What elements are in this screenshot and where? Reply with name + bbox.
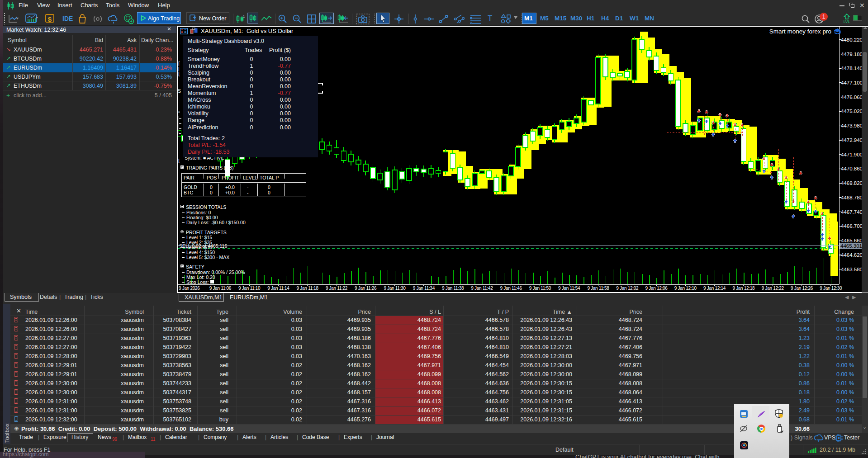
svg-text:9 Jan 12:10: 9 Jan 12:10 bbox=[674, 286, 697, 291]
svg-text:9 Jan 11:54: 9 Jan 11:54 bbox=[558, 286, 580, 291]
svg-text:9 Jan 11:50: 9 Jan 11:50 bbox=[529, 286, 551, 291]
svg-text:9 Jan 11:18: 9 Jan 11:18 bbox=[297, 286, 319, 291]
svg-text:4465.301: 4465.301 bbox=[840, 243, 862, 249]
svg-text:9 Jan 12:26: 9 Jan 12:26 bbox=[791, 286, 813, 291]
svg-text:9 Jan 11:26: 9 Jan 11:26 bbox=[355, 286, 377, 291]
svg-text:4467.740: 4467.740 bbox=[841, 209, 863, 215]
svg-text:9 Jan 12:22: 9 Jan 12:22 bbox=[762, 286, 784, 291]
svg-text:Smart money forex pro: Smart money forex pro bbox=[769, 28, 831, 35]
svg-text:!: ! bbox=[780, 415, 781, 418]
svg-text:4478.140: 4478.140 bbox=[841, 66, 863, 71]
svg-text:9 Jan 12:02: 9 Jan 12:02 bbox=[616, 286, 639, 291]
svg-text:4472.940: 4472.940 bbox=[841, 137, 863, 143]
svg-text:9 Jan 11:14: 9 Jan 11:14 bbox=[267, 286, 289, 291]
svg-text:4464.620: 4464.620 bbox=[841, 252, 863, 258]
svg-text:4480.220: 4480.220 bbox=[841, 37, 863, 42]
svg-text:9 Jan 11:34: 9 Jan 11:34 bbox=[413, 286, 435, 291]
svg-text:9 Jan 11:10: 9 Jan 11:10 bbox=[238, 286, 261, 291]
svg-text:4470.860: 4470.860 bbox=[841, 166, 863, 171]
svg-text:4479.180: 4479.180 bbox=[841, 52, 863, 57]
svg-text:9 Jan 11:58: 9 Jan 11:58 bbox=[587, 286, 609, 291]
svg-text:4469.820: 4469.820 bbox=[841, 180, 863, 186]
svg-text:4476.060: 4476.060 bbox=[841, 94, 863, 100]
svg-text:LVL: LVL bbox=[844, 19, 850, 24]
svg-text:4466.700: 4466.700 bbox=[841, 223, 863, 229]
svg-text:1: 1 bbox=[243, 14, 245, 19]
svg-text:4471.900: 4471.900 bbox=[841, 152, 863, 157]
svg-text:9 Jan 11:42: 9 Jan 11:42 bbox=[471, 286, 493, 291]
svg-text:9 Jan 12:18: 9 Jan 12:18 bbox=[732, 286, 755, 291]
svg-text:9 Jan 11:06: 9 Jan 11:06 bbox=[209, 286, 232, 291]
svg-text:4468.780: 4468.780 bbox=[841, 195, 863, 200]
svg-text:9 Jan 11:30: 9 Jan 11:30 bbox=[384, 286, 406, 291]
svg-text:4475.020: 4475.020 bbox=[841, 109, 863, 114]
svg-text:9 Jan 11:22: 9 Jan 11:22 bbox=[326, 286, 348, 291]
svg-text:4473.980: 4473.980 bbox=[841, 123, 863, 128]
svg-text:9 Jan 11:46: 9 Jan 11:46 bbox=[500, 286, 522, 291]
svg-text:9 Jan 12:30: 9 Jan 12:30 bbox=[820, 286, 842, 291]
svg-text:9 Jan 12:06: 9 Jan 12:06 bbox=[645, 286, 668, 291]
svg-text:4465.660: 4465.660 bbox=[841, 238, 863, 243]
svg-text:4463.580: 4463.580 bbox=[841, 267, 863, 272]
svg-text:9 Jan 12:14: 9 Jan 12:14 bbox=[703, 286, 726, 291]
svg-text:9 Jan 11:38: 9 Jan 11:38 bbox=[442, 286, 464, 291]
svg-text:9 Jan 2026: 9 Jan 2026 bbox=[179, 286, 200, 291]
svg-text:4477.100: 4477.100 bbox=[841, 80, 863, 85]
